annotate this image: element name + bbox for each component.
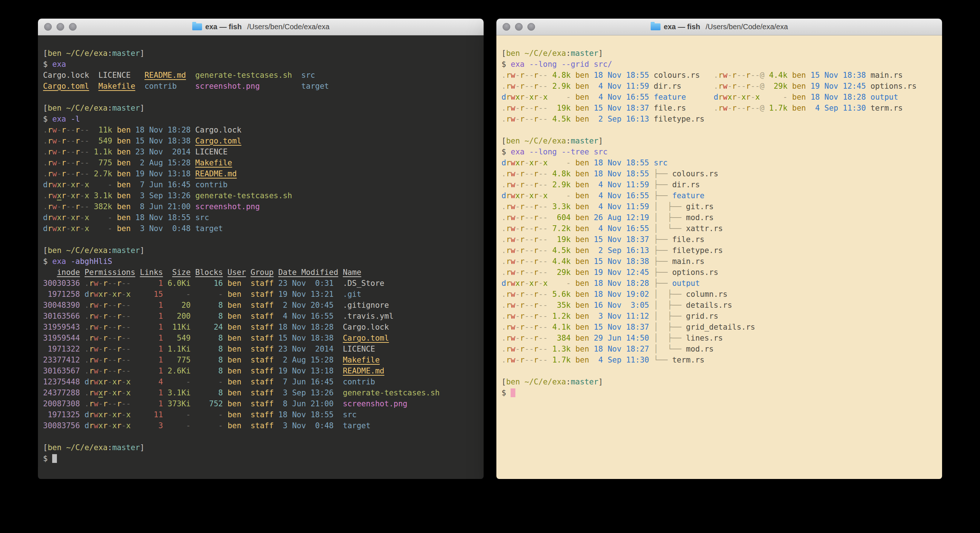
text-segment: 15 Nov 18:38 xyxy=(278,334,343,342)
text-segment: 4 Nov 11:59 xyxy=(594,180,654,189)
text-segment: w xyxy=(511,312,515,321)
text-segment: r xyxy=(520,169,525,178)
text-segment: ben staff xyxy=(228,421,278,430)
titlebar[interactable]: exa — fish /Users/ben/Code/exa/exa xyxy=(38,19,484,35)
text-segment: . xyxy=(501,301,506,310)
terminal-content[interactable]: [ben ~/C/e/exa:master]$ exa --long --gri… xyxy=(496,35,942,479)
text-segment: r xyxy=(48,169,52,178)
text-segment: -- xyxy=(525,115,534,123)
text-segment: - xyxy=(515,301,520,310)
text-segment: │ └── xyxy=(654,224,686,233)
text-segment: 15 Nov 18:37 xyxy=(594,104,654,112)
text-segment: w xyxy=(511,246,515,255)
text-segment: -- xyxy=(538,169,547,178)
text-segment: r xyxy=(103,279,108,288)
text-segment: -- xyxy=(737,82,746,91)
terminal-line: .rw-r--r-- 4.8k ben 18 Nov 18:55 ├── col… xyxy=(501,168,938,179)
text-segment: 18 Nov 18:55 xyxy=(594,158,654,167)
text-segment: 23377412 xyxy=(43,356,84,364)
text-segment: x xyxy=(99,378,103,386)
text-segment: - xyxy=(80,213,84,222)
text-segment: r xyxy=(117,356,121,364)
text-segment: ben xyxy=(117,158,135,167)
terminal-line: .rw-r--r-- 382k ben 8 Jun 21:00 screensh… xyxy=(43,201,479,212)
close-button[interactable] xyxy=(503,23,510,31)
text-segment: 29k xyxy=(764,82,792,91)
text-segment: . xyxy=(501,257,506,266)
text-segment: x xyxy=(71,224,75,233)
text-segment: r xyxy=(48,126,52,134)
text-segment: r xyxy=(534,180,539,189)
minimize-button[interactable] xyxy=(57,23,64,31)
text-segment: r xyxy=(520,82,525,91)
text-segment: . xyxy=(501,180,506,189)
text-segment: w xyxy=(52,126,57,134)
text-segment: -- xyxy=(538,104,547,112)
text-segment: 15 Nov 18:38 xyxy=(135,137,195,145)
terminal-line: 1971258 drwxr-xr-x 15 - - ben staff 19 N… xyxy=(43,289,479,300)
text-segment: - xyxy=(57,137,62,145)
text-segment: - xyxy=(99,345,103,353)
text-segment: ben xyxy=(792,82,811,91)
zoom-button[interactable] xyxy=(69,23,76,31)
terminal-line: 30030336 .rw-r--r-- 1 6.0Ki 16 ben staff… xyxy=(43,278,479,289)
text-segment: 11k xyxy=(89,126,117,134)
text-segment: r xyxy=(520,93,525,102)
text-segment: Group xyxy=(251,268,274,277)
text-segment: w xyxy=(511,104,515,112)
text-segment xyxy=(80,268,84,277)
terminal-line: [ben ~/C/e/exa:master] xyxy=(43,245,479,256)
titlebar[interactable]: exa — fish /Users/ben/Code/exa/exa xyxy=(496,19,942,35)
text-segment: ben xyxy=(575,301,594,310)
text-segment: r xyxy=(117,312,121,321)
text-segment: ben xyxy=(575,158,594,167)
text-segment: r xyxy=(117,290,121,298)
text-segment: -- xyxy=(108,301,117,310)
text-segment: . xyxy=(714,82,719,91)
text-segment: r xyxy=(520,191,525,200)
text-segment: -- xyxy=(525,323,534,332)
text-segment: r xyxy=(534,290,539,298)
terminal-content[interactable]: [ben ~/C/e/exa:master]$ exaCargo.lock LI… xyxy=(38,35,484,479)
text-segment: - xyxy=(57,169,62,178)
text-segment: . xyxy=(714,71,719,80)
text-segment: -- xyxy=(751,71,760,80)
text-segment: - xyxy=(121,421,126,430)
text-segment: ben staff xyxy=(228,334,278,342)
text-segment: $ xyxy=(501,388,511,397)
text-segment: d xyxy=(501,158,506,167)
text-segment: - xyxy=(525,93,529,102)
close-button[interactable] xyxy=(44,23,52,31)
terminal-line: .rw-r--r-- 19k ben 15 Nov 18:37 file.rs … xyxy=(501,102,938,113)
minimize-button[interactable] xyxy=(515,23,523,31)
text-segment: x xyxy=(112,290,117,298)
text-segment: ben xyxy=(575,115,594,123)
text-segment: 20087308 xyxy=(43,399,84,408)
text-segment: 384 xyxy=(548,334,576,342)
text-segment: - xyxy=(57,126,62,134)
text-segment: -- xyxy=(538,235,547,244)
text-segment: - xyxy=(737,93,741,102)
text-segment: ben ~/C/e/exa xyxy=(48,246,108,255)
text-segment: . xyxy=(501,345,506,353)
text-segment: ben staff xyxy=(228,410,278,419)
text-segment: - xyxy=(728,104,732,112)
zoom-button[interactable] xyxy=(527,23,535,31)
text-segment: x xyxy=(728,93,732,102)
terminal-line: [ben ~/C/e/exa:master] xyxy=(501,48,938,59)
text-segment: -- xyxy=(538,115,547,123)
text-segment: d xyxy=(501,93,506,102)
text-segment: -- xyxy=(525,213,534,222)
text-segment: w xyxy=(94,323,99,332)
text-segment: $ xyxy=(501,60,511,69)
text-segment: w xyxy=(511,202,515,211)
text-segment: r xyxy=(534,301,539,310)
text-segment: .DS_Store xyxy=(343,279,384,288)
text-segment: - xyxy=(728,71,732,80)
text-segment: -- xyxy=(66,169,75,178)
text-segment: w xyxy=(723,93,728,102)
text-segment: 775 xyxy=(89,158,117,167)
text-segment: x xyxy=(741,93,746,102)
text-segment: file.rs xyxy=(654,104,686,112)
text-segment: r xyxy=(75,191,80,200)
